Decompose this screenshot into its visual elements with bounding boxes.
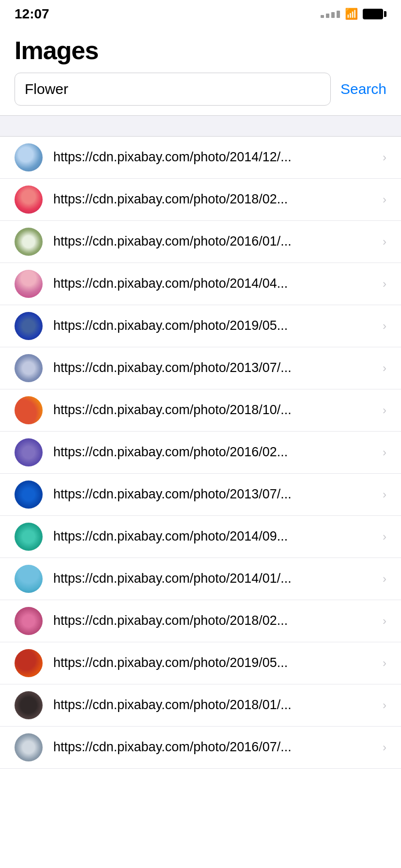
- chevron-right-icon: ›: [383, 572, 386, 586]
- chevron-right-icon: ›: [383, 741, 386, 754]
- chevron-right-icon: ›: [383, 656, 386, 670]
- status-icons: 📶: [321, 8, 386, 20]
- item-url: https://cdn.pixabay.com/photo/2018/01/..…: [53, 697, 378, 713]
- chevron-right-icon: ›: [383, 698, 386, 712]
- item-url: https://cdn.pixabay.com/photo/2014/01/..…: [53, 570, 378, 587]
- list-item[interactable]: https://cdn.pixabay.com/photo/2014/04...…: [0, 263, 401, 305]
- item-url: https://cdn.pixabay.com/photo/2018/10/..…: [53, 402, 378, 418]
- search-input[interactable]: [25, 81, 321, 97]
- list-item[interactable]: https://cdn.pixabay.com/photo/2018/01/..…: [0, 684, 401, 727]
- page-header: Images: [0, 26, 401, 73]
- chevron-right-icon: ›: [383, 614, 386, 628]
- results-list: https://cdn.pixabay.com/photo/2014/12/..…: [0, 137, 401, 769]
- signal-icon: [321, 11, 340, 18]
- item-url: https://cdn.pixabay.com/photo/2016/07/..…: [53, 739, 378, 756]
- search-container: Search: [0, 73, 401, 106]
- list-item[interactable]: https://cdn.pixabay.com/photo/2018/02...…: [0, 179, 401, 221]
- list-item[interactable]: https://cdn.pixabay.com/photo/2014/12/..…: [0, 137, 401, 179]
- list-item[interactable]: https://cdn.pixabay.com/photo/2016/01/..…: [0, 221, 401, 263]
- list-item[interactable]: https://cdn.pixabay.com/photo/2018/02...…: [0, 600, 401, 642]
- page-title: Images: [15, 36, 386, 65]
- thumbnail: [15, 228, 43, 256]
- thumbnail: [15, 143, 43, 171]
- item-url: https://cdn.pixabay.com/photo/2016/02...: [53, 444, 378, 461]
- battery-icon: [363, 9, 386, 19]
- list-item[interactable]: https://cdn.pixabay.com/photo/2014/09...…: [0, 516, 401, 558]
- thumbnail: [15, 438, 43, 466]
- chevron-right-icon: ›: [383, 446, 386, 459]
- thumbnail: [15, 186, 43, 214]
- thumbnail: [15, 354, 43, 382]
- item-url: https://cdn.pixabay.com/photo/2014/04...: [53, 275, 378, 292]
- item-url: https://cdn.pixabay.com/photo/2016/01/..…: [53, 233, 378, 250]
- chevron-right-icon: ›: [383, 530, 386, 543]
- status-bar: 12:07 📶: [0, 0, 401, 26]
- chevron-right-icon: ›: [383, 151, 386, 164]
- chevron-right-icon: ›: [383, 235, 386, 248]
- thumbnail: [15, 649, 43, 677]
- list-item[interactable]: https://cdn.pixabay.com/photo/2019/05...…: [0, 642, 401, 684]
- item-url: https://cdn.pixabay.com/photo/2018/02...: [53, 612, 378, 629]
- thumbnail: [15, 565, 43, 593]
- list-item[interactable]: https://cdn.pixabay.com/photo/2013/07/..…: [0, 347, 401, 389]
- thumbnail: [15, 396, 43, 424]
- item-url: https://cdn.pixabay.com/photo/2013/07/..…: [53, 359, 378, 376]
- search-button[interactable]: Search: [340, 81, 386, 97]
- list-item[interactable]: https://cdn.pixabay.com/photo/2018/10/..…: [0, 389, 401, 432]
- list-item[interactable]: https://cdn.pixabay.com/photo/2014/01/..…: [0, 558, 401, 600]
- list-item[interactable]: https://cdn.pixabay.com/photo/2016/02...…: [0, 432, 401, 474]
- thumbnail: [15, 312, 43, 340]
- item-url: https://cdn.pixabay.com/photo/2019/05...: [53, 654, 378, 671]
- thumbnail: [15, 733, 43, 761]
- thumbnail: [15, 607, 43, 635]
- item-url: https://cdn.pixabay.com/photo/2013/07/..…: [53, 486, 378, 503]
- list-item[interactable]: https://cdn.pixabay.com/photo/2016/07/..…: [0, 727, 401, 769]
- chevron-right-icon: ›: [383, 403, 386, 417]
- section-spacer: [0, 115, 401, 137]
- list-item[interactable]: https://cdn.pixabay.com/photo/2019/05...…: [0, 305, 401, 347]
- chevron-right-icon: ›: [383, 361, 386, 375]
- item-url: https://cdn.pixabay.com/photo/2019/05...: [53, 317, 378, 334]
- thumbnail: [15, 480, 43, 509]
- item-url: https://cdn.pixabay.com/photo/2018/02...: [53, 191, 378, 208]
- thumbnail: [15, 270, 43, 298]
- chevron-right-icon: ›: [383, 193, 386, 206]
- thumbnail: [15, 691, 43, 719]
- list-item[interactable]: https://cdn.pixabay.com/photo/2013/07/..…: [0, 474, 401, 516]
- item-url: https://cdn.pixabay.com/photo/2014/12/..…: [53, 149, 378, 166]
- chevron-right-icon: ›: [383, 277, 386, 291]
- wifi-icon: 📶: [345, 8, 358, 20]
- chevron-right-icon: ›: [383, 488, 386, 501]
- status-time: 12:07: [15, 6, 49, 22]
- thumbnail: [15, 523, 43, 551]
- search-input-wrapper: [15, 73, 331, 106]
- item-url: https://cdn.pixabay.com/photo/2014/09...: [53, 528, 378, 545]
- chevron-right-icon: ›: [383, 319, 386, 333]
